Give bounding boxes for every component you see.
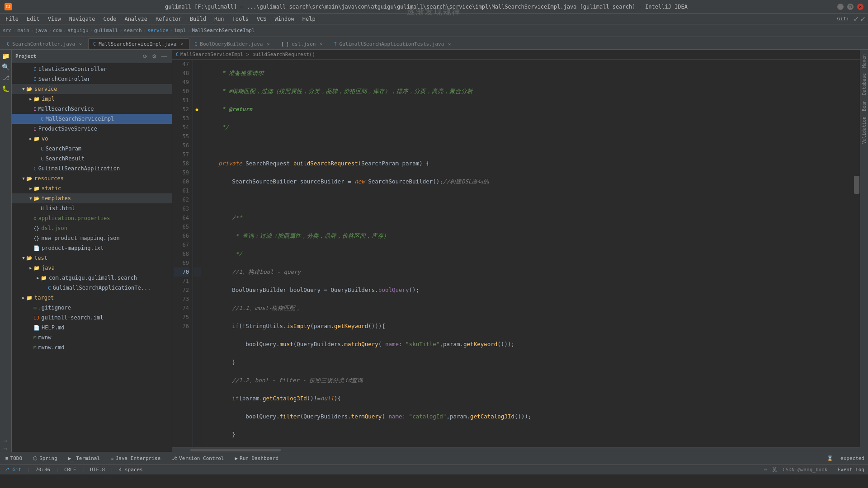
menu-tools[interactable]: Tools xyxy=(229,15,252,23)
tree-item-iml[interactable]: IJ gulimall-search.iml xyxy=(12,313,172,323)
terminal-icon: ▶_ xyxy=(68,455,74,461)
nav-bar: src› main› java› com› atguigu› gulimall›… xyxy=(0,24,868,37)
menu-code[interactable]: Code xyxy=(100,15,120,23)
tree-item-comatguigu[interactable]: ▶ 📁 com.atguigu.gulimall.search xyxy=(12,273,172,283)
tab-spring[interactable]: ⬡ Spring xyxy=(31,455,59,462)
tree-item-gitignore[interactable]: ⚙ .gitignore xyxy=(12,303,172,313)
nav-crumb-com[interactable]: com xyxy=(53,28,62,33)
tree-item-gulimallsearch[interactable]: C GulimallSearchApplication xyxy=(12,164,172,174)
activity-project[interactable]: 📁 xyxy=(1,52,10,61)
menu-help[interactable]: Help xyxy=(299,15,319,23)
tree-item-target[interactable]: ▶ 📁 target xyxy=(12,293,172,303)
tab-todo[interactable]: ≡ TODO xyxy=(4,455,24,462)
maximize-button[interactable]: □ xyxy=(847,4,854,10)
tab-test[interactable]: T GulimallSearchApplicationTests.java ✕ xyxy=(329,38,457,49)
menu-file[interactable]: File xyxy=(2,15,22,23)
activity-git[interactable]: ⎇ xyxy=(1,73,10,82)
project-settings-btn[interactable]: ⚙ xyxy=(151,53,158,60)
menu-window[interactable]: Window xyxy=(271,15,297,23)
tree-item-mallsearchservice[interactable]: I MallSearchService xyxy=(12,104,172,114)
tree-item-listhtml[interactable]: H list.html xyxy=(12,203,172,213)
tree-item-searchparam[interactable]: C SearchParam xyxy=(12,144,172,154)
scroll-thumb[interactable] xyxy=(854,176,859,194)
nav-crumb-src[interactable]: src xyxy=(3,28,12,33)
tree-item-mvnwcmd[interactable]: M mvnw.cmd xyxy=(12,343,172,352)
tab-close-test[interactable]: ✕ xyxy=(447,42,452,47)
tab-close-searchcontroller[interactable]: ✕ xyxy=(78,42,83,47)
tree-item-newproduct[interactable]: {} new_product_mapping.json xyxy=(12,233,172,243)
menu-analyze[interactable]: Analyze xyxy=(121,15,151,23)
bean-label[interactable]: Bean xyxy=(861,98,868,114)
tree-item-elasticsave[interactable]: C ElasticSaveController xyxy=(12,64,172,74)
nav-crumb-main[interactable]: main xyxy=(18,28,30,33)
tree-item-searchresult[interactable]: C SearchResult xyxy=(12,154,172,164)
bookmark-marker-52[interactable]: ● xyxy=(195,107,198,112)
database-label[interactable]: Database xyxy=(861,70,868,98)
tree-item-testclass[interactable]: C GulimallSearchApplicationTe... xyxy=(12,283,172,293)
tab-boolquery[interactable]: C BoolQueryBuilder.java ✕ xyxy=(189,38,276,49)
horizontal-scrollbar[interactable] xyxy=(172,447,860,452)
tree-item-resources[interactable]: ▼ 📂 resources xyxy=(12,174,172,183)
tree-item-productmapping[interactable]: 📄 product-mapping.txt xyxy=(12,243,172,253)
tree-item-test[interactable]: ▼ 📂 test xyxy=(12,253,172,263)
nav-crumb-atguigu[interactable]: atguigu xyxy=(67,28,88,33)
activity-search[interactable]: 🔍 xyxy=(1,62,10,71)
right-scroll-area[interactable] xyxy=(854,60,860,447)
tab-close-boolquery[interactable]: ✕ xyxy=(265,42,271,47)
nav-crumb-search[interactable]: search xyxy=(124,28,142,33)
tab-run-dashboard[interactable]: ▶ Run Dashboard xyxy=(233,455,280,462)
menu-refactor[interactable]: Refactor xyxy=(152,15,185,23)
tree-item-vo[interactable]: ▶ 📁 vo xyxy=(12,134,172,144)
tree-item-mallsearchserviceimpl[interactable]: C MallSearchServiceImpl xyxy=(12,114,172,124)
tree-item-templates[interactable]: ▼ 📂 templates xyxy=(12,193,172,203)
tree-item-dsljson[interactable]: {} dsl.json xyxy=(12,223,172,233)
tab-close-mallsearch[interactable]: ✕ xyxy=(179,42,184,47)
tree-item-productsaveservice[interactable]: I ProductSaveService xyxy=(12,124,172,134)
menu-navigate[interactable]: Navigate xyxy=(66,15,99,23)
close-button[interactable]: ✕ xyxy=(857,4,863,10)
tree-item-static[interactable]: ▶ 📁 static xyxy=(12,183,172,193)
tree-item-impl[interactable]: ▶ 📁 impl xyxy=(12,94,172,104)
code-area[interactable]: 47 48 49 50 51 52 53 54 55 56 57 58 59 6… xyxy=(172,60,860,447)
project-sync-btn[interactable]: ⟳ xyxy=(142,53,149,60)
tree-item-service[interactable]: ▼ 📂 service xyxy=(12,84,172,94)
window-controls[interactable]: — □ ✕ xyxy=(837,4,863,10)
status-encoding[interactable]: UTF-8 xyxy=(90,467,105,473)
nav-crumb-gulimall[interactable]: gulimall xyxy=(94,28,118,33)
h-scroll-thumb[interactable] xyxy=(190,449,281,451)
menu-edit[interactable]: Edit xyxy=(23,15,43,23)
nav-crumb-service[interactable]: service xyxy=(147,28,168,33)
git-branch[interactable]: ⎇ Git xyxy=(4,467,22,473)
tree-item-searchcontroller[interactable]: C SearchController xyxy=(12,74,172,84)
menu-vcs[interactable]: VCS xyxy=(253,15,270,23)
tab-dsl[interactable]: { } dsl.json ✕ xyxy=(276,38,329,49)
nav-crumb-impl[interactable]: impl xyxy=(174,28,186,33)
status-position[interactable]: 70:86 xyxy=(35,467,50,473)
tree-item-appprops[interactable]: ⚙ application.properties xyxy=(12,213,172,223)
activity-debug[interactable]: 🐛 xyxy=(1,84,10,93)
tree-item-java[interactable]: ▶ 📁 java xyxy=(12,263,172,273)
validation-label[interactable]: Validation xyxy=(861,114,868,146)
menu-run[interactable]: Run xyxy=(211,15,228,23)
tree-item-helpmd[interactable]: 📄 HELP.md xyxy=(12,323,172,333)
nav-crumb-file[interactable]: MallSearchServiceImpl xyxy=(192,28,255,33)
maven-label[interactable]: Maven xyxy=(861,52,868,70)
tab-searchcontroller[interactable]: C SearchController.java ✕ xyxy=(2,38,88,49)
event-log[interactable]: Event Log xyxy=(837,467,864,473)
tab-java-enterprise[interactable]: ☕ Java Enterprise xyxy=(109,455,162,462)
project-collapse-btn[interactable]: — xyxy=(160,53,168,60)
tab-version-control[interactable]: ⎇ Version Control xyxy=(170,455,226,462)
tab-close-dsl[interactable]: ✕ xyxy=(318,42,324,47)
status-crlf[interactable]: CRLF xyxy=(64,467,76,473)
code-line-48: * #模糊匹配，过滤（按照属性，分类，品牌，价格区间，库存），排序，分页，高亮，… xyxy=(205,87,850,96)
tab-mallsearch[interactable]: C MallSearchServiceImpl.java ✕ xyxy=(88,38,189,49)
status-indent[interactable]: 4 spaces xyxy=(119,467,143,473)
menu-view[interactable]: View xyxy=(44,15,65,23)
code-content[interactable]: * 准备检索请求 * #模糊匹配，过滤（按照属性，分类，品牌，价格区间，库存），… xyxy=(201,60,854,447)
nav-crumb-java[interactable]: java xyxy=(35,28,47,33)
minimize-button[interactable]: — xyxy=(837,4,844,10)
tab-terminal[interactable]: ▶_ Terminal xyxy=(66,455,102,462)
code-line-53: SearchSourceBuilder sourceBuilder = new … xyxy=(205,177,850,186)
tree-item-mvnw[interactable]: M mvnw xyxy=(12,333,172,343)
menu-build[interactable]: Build xyxy=(186,15,210,23)
